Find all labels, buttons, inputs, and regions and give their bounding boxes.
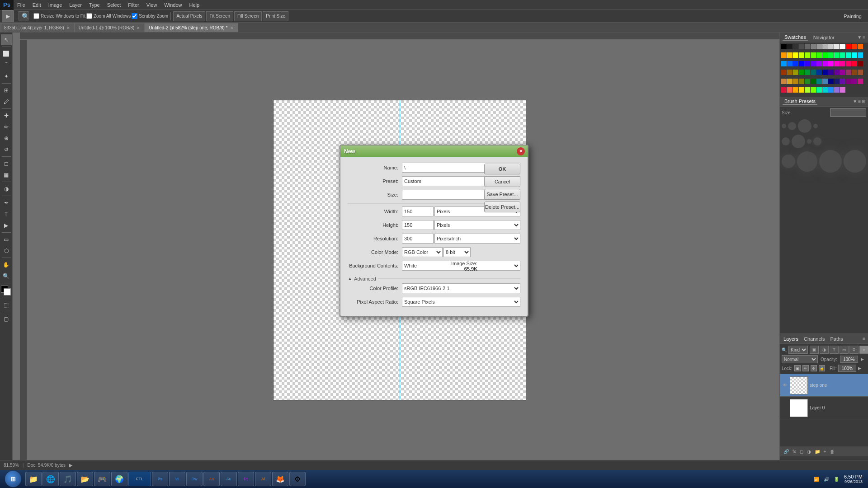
swatch-item[interactable] [822, 44, 828, 49]
brush-item[interactable] [782, 155, 795, 168]
tool-screen-mode[interactable]: ▢ [1, 314, 12, 324]
menu-image[interactable]: Image [45, 0, 66, 10]
dialog-width-input[interactable] [402, 206, 434, 216]
swatch-item[interactable] [828, 44, 834, 49]
fill-screen-btn[interactable]: Fill Screen [234, 11, 262, 21]
swatch-item[interactable] [834, 79, 840, 84]
swatch-item[interactable] [816, 87, 822, 93]
swatch-item[interactable] [840, 61, 845, 66]
tool-pen[interactable]: ✒ [1, 197, 12, 208]
tab-brush-presets[interactable]: Brush Presets [783, 99, 817, 105]
taskbar-app-ftl[interactable]: FTL [128, 472, 151, 486]
group-layers-btn[interactable]: 📁 [814, 449, 821, 454]
taskbar-clock[interactable]: 6:50 PM 9/26/2013 [842, 474, 864, 484]
swatch-item[interactable] [858, 79, 863, 84]
brush-item[interactable] [788, 122, 796, 130]
swatch-item[interactable] [816, 52, 822, 58]
dialog-ok-btn[interactable]: OK [484, 164, 520, 174]
swatch-item[interactable] [828, 79, 834, 84]
swatch-item[interactable] [852, 79, 857, 84]
swatch-item[interactable] [834, 61, 840, 66]
swatch-item[interactable] [805, 61, 810, 66]
scrubby-zoom-check[interactable]: Scrubby Zoom [132, 13, 168, 19]
zoom-all-windows-check[interactable]: Zoom All Windows [86, 13, 131, 19]
layers-filter-pixel[interactable]: ▣ [810, 346, 819, 354]
dialog-resolution-unit[interactable]: Pixels/Inch Pixels/Cm [434, 234, 520, 244]
swatch-item[interactable] [834, 87, 840, 93]
actual-pixels-btn[interactable]: Actual Pixels [173, 11, 205, 21]
swatch-item[interactable] [852, 61, 857, 66]
opacity-input[interactable] [840, 356, 858, 363]
swatch-item[interactable] [793, 87, 798, 93]
swatch-item[interactable] [858, 61, 863, 66]
menu-type[interactable]: Type [85, 0, 104, 10]
swatch-item[interactable] [834, 70, 840, 75]
swatch-item[interactable] [840, 87, 845, 93]
start-button[interactable]: ⊞ [2, 471, 24, 487]
tool-history-brush[interactable]: ↺ [1, 144, 12, 155]
swatch-item[interactable] [846, 52, 851, 58]
tool-crop[interactable]: ⊞ [1, 85, 12, 96]
tool-stamp[interactable]: ⊕ [1, 133, 12, 144]
tool-zoom[interactable]: 🔍 [1, 271, 12, 282]
swatch-item[interactable] [846, 44, 851, 49]
swatch-item[interactable] [858, 44, 863, 49]
taskbar-app-extra[interactable]: ⚙ [289, 472, 306, 486]
swatch-item[interactable] [816, 44, 822, 49]
brush-item[interactable] [798, 119, 811, 133]
opacity-arrow[interactable]: ▶ [861, 357, 864, 361]
taskbar-app-chrome[interactable]: 🦊 [272, 472, 288, 486]
swatch-item[interactable] [799, 87, 804, 93]
tab-paths[interactable]: Paths [830, 336, 844, 342]
tool-shape[interactable]: ▭ [1, 234, 12, 245]
layers-filter-toggle[interactable]: ● [859, 346, 868, 354]
swatch-item[interactable] [799, 61, 804, 66]
swatch-item[interactable] [799, 44, 804, 49]
swatch-item[interactable] [816, 61, 822, 66]
taskbar-app-an[interactable]: An [203, 472, 220, 486]
layer-item[interactable]: Layer 0 [780, 397, 868, 419]
taskbar-app-ie[interactable]: 🌐 [42, 472, 59, 486]
tab-navigator[interactable]: Navigator [811, 35, 836, 40]
resize-windows-checkbox[interactable] [33, 13, 39, 19]
tab-channels[interactable]: Channels [803, 336, 826, 342]
swatch-item[interactable] [811, 44, 816, 49]
taskbar-app-browser[interactable]: 🌍 [111, 472, 127, 486]
swatch-item[interactable] [828, 87, 834, 93]
taskbar-app-pr[interactable]: Pr [238, 472, 254, 486]
taskbar-app-word[interactable]: W [169, 472, 185, 486]
advanced-expand-icon[interactable]: ▲ [348, 276, 352, 281]
brush-item[interactable] [813, 124, 818, 128]
swatch-item[interactable] [793, 79, 798, 84]
menu-edit[interactable]: Edit [29, 0, 45, 10]
swatch-item[interactable] [846, 79, 851, 84]
tab-3-close[interactable]: ✕ [230, 26, 234, 30]
dialog-delete-preset-btn[interactable]: Delete Preset... [484, 202, 520, 212]
dialog-pixel-ratio-select[interactable]: Square Pixels D1/DV NTSC (0.9) [402, 297, 520, 307]
brush-item[interactable] [807, 139, 811, 144]
lock-image-btn[interactable]: ✏ [802, 365, 809, 371]
brush-panel-menu-btn[interactable]: ≡ [858, 99, 861, 104]
layer-item[interactable]: 👁step one [780, 374, 868, 397]
swatch-item[interactable] [840, 52, 845, 58]
brush-item[interactable] [797, 151, 817, 172]
tab-layers[interactable]: Layers [783, 336, 799, 342]
tool-arrow[interactable]: ▶ [2, 10, 14, 22]
brush-size-input[interactable] [830, 108, 866, 117]
swatch-item[interactable] [787, 87, 793, 93]
swatch-item[interactable] [787, 79, 793, 84]
tab-2-close[interactable]: ✕ [136, 26, 141, 30]
start-orb[interactable]: ⊞ [5, 471, 21, 487]
tool-move[interactable]: ↖ [1, 34, 12, 45]
menu-select[interactable]: Select [104, 0, 125, 10]
brush-panel-expand-btn[interactable]: ⊞ [862, 99, 865, 104]
tool-3d[interactable]: ⬡ [1, 245, 12, 256]
brush-item[interactable] [844, 150, 866, 173]
swatch-item[interactable] [781, 87, 787, 93]
swatch-item[interactable] [840, 70, 845, 75]
swatch-item[interactable] [846, 70, 851, 75]
swatch-item[interactable] [793, 70, 798, 75]
swatch-item[interactable] [822, 79, 828, 84]
menu-view[interactable]: View [143, 0, 161, 10]
swatch-item[interactable] [805, 70, 810, 75]
